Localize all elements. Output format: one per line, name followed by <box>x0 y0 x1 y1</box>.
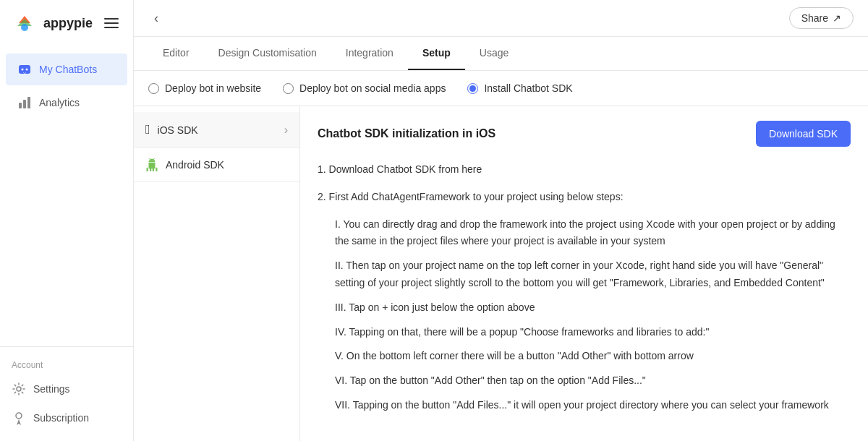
tab-editor[interactable]: Editor <box>148 37 204 70</box>
android-icon <box>145 158 158 171</box>
deploy-sdk-radio[interactable] <box>467 83 478 94</box>
sub-step-iii-roman: III. <box>335 301 349 313</box>
top-bar: ‹ Share ↗ <box>134 0 868 37</box>
deploy-social-radio[interactable] <box>283 83 294 94</box>
sub-step-i-roman: I. <box>335 218 343 230</box>
sdk-list:  iOS SDK › Android SDK <box>134 106 300 441</box>
ios-sdk-item[interactable]:  iOS SDK › <box>134 112 299 148</box>
deploy-website-radio[interactable] <box>148 83 159 94</box>
tabs-bar: Editor Design Customisation Integration … <box>134 37 868 71</box>
sidebar-logo-area: appypie <box>0 0 133 46</box>
sub-step-iv-text: Tapping on that, there will be a popup "… <box>349 326 709 338</box>
sub-step-i: I. You can directly drag and drop the fr… <box>335 216 851 251</box>
deploy-website-label: Deploy bot in website <box>165 82 261 94</box>
deploy-website-option[interactable]: Deploy bot in website <box>148 82 261 94</box>
share-button[interactable]: Share ↗ <box>789 7 854 29</box>
settings-label: Settings <box>33 383 70 395</box>
step-2-text: First Add ChatAgentFramework to your pro… <box>329 191 624 202</box>
svg-rect-5 <box>19 103 22 108</box>
sub-step-iii: III. Tap on + icon just below the option… <box>335 299 851 317</box>
content-area:  iOS SDK › Android SDK Chatbot SDK init… <box>134 106 868 441</box>
main-content: ‹ Share ↗ Editor Design Customisation In… <box>134 0 868 441</box>
sub-step-vii-text: Tapping on the button "Add Files..." it … <box>353 399 829 411</box>
analytics-icon <box>17 95 32 110</box>
instructions-title: Chatbot SDK initialization in iOS <box>318 127 495 140</box>
sub-step-v: V. On the bottom left corner there will … <box>335 348 851 365</box>
subscription-icon <box>12 411 26 425</box>
sidebar-item-analytics[interactable]: Analytics <box>6 87 127 119</box>
sub-step-v-text: On the bottom left corner there will be … <box>346 350 694 361</box>
account-label: Account <box>0 356 133 374</box>
subscription-label: Subscription <box>33 412 89 424</box>
analytics-label: Analytics <box>39 97 80 108</box>
sub-step-vi: VI. Tap on the button "Add Other" then t… <box>335 372 851 390</box>
sub-step-iii-text: Tap on + icon just below the option abov… <box>349 301 535 313</box>
sidebar-bottom: Account Settings Subscription <box>0 346 133 441</box>
svg-point-4 <box>26 69 28 71</box>
settings-icon <box>12 382 26 396</box>
svg-rect-6 <box>23 100 26 108</box>
step-2: 2. First Add ChatAgentFramework to your … <box>318 189 851 206</box>
android-sdk-item[interactable]: Android SDK <box>134 148 299 182</box>
subscription-item[interactable]: Subscription <box>0 403 133 432</box>
svg-point-1 <box>21 24 28 31</box>
logo-text: appypie <box>43 16 93 31</box>
sub-step-ii: II. Then tap on your project name on the… <box>335 257 851 292</box>
sub-step-i-text: You can directly drag and drop the frame… <box>335 218 835 247</box>
step-1: 1. Download Chatbot SDK from here <box>318 161 851 179</box>
sub-step-vii: VII. Tapping on the button "Add Files...… <box>335 397 851 414</box>
hamburger-menu[interactable] <box>101 15 122 31</box>
chatbots-icon <box>17 62 32 77</box>
sub-step-iv-roman: IV. <box>335 326 349 338</box>
sub-step-v-roman: V. <box>335 350 346 361</box>
chatbots-label: My ChatBots <box>39 64 97 75</box>
apple-icon:  <box>145 122 150 137</box>
share-icon: ↗ <box>833 12 841 24</box>
android-sdk-label: Android SDK <box>166 159 224 171</box>
deploy-social-label: Deploy bot on social media apps <box>299 82 446 94</box>
appypie-logo <box>12 10 38 36</box>
back-button[interactable]: ‹ <box>148 8 164 29</box>
sub-step-vii-roman: VII. <box>335 399 353 411</box>
instructions-panel: Chatbot SDK initialization in iOS Downlo… <box>300 106 868 441</box>
svg-point-8 <box>17 387 21 391</box>
tab-integration[interactable]: Integration <box>331 37 408 70</box>
step-1-text: Download Chatbot SDK from here <box>329 163 482 175</box>
sub-step-ii-roman: II. <box>335 260 346 271</box>
deploy-social-option[interactable]: Deploy bot on social media apps <box>283 82 446 94</box>
deploy-options: Deploy bot in website Deploy bot on soci… <box>134 71 868 106</box>
instructions-steps: 1. Download Chatbot SDK from here 2. Fir… <box>318 161 851 414</box>
ios-sdk-label: iOS SDK <box>158 124 198 136</box>
deploy-sdk-label: Install Chatbot SDK <box>484 82 572 94</box>
sub-step-vi-roman: VI. <box>335 374 350 386</box>
svg-rect-7 <box>27 97 30 108</box>
tab-usage[interactable]: Usage <box>465 37 523 70</box>
svg-point-3 <box>22 69 24 71</box>
deploy-sdk-option[interactable]: Install Chatbot SDK <box>467 82 572 94</box>
step-2-num: 2. <box>318 191 329 202</box>
tab-setup[interactable]: Setup <box>408 37 465 70</box>
sub-step-iv: IV. Tapping on that, there will be a pop… <box>335 324 851 341</box>
svg-point-9 <box>16 413 22 419</box>
instructions-header: Chatbot SDK initialization in iOS Downlo… <box>318 121 851 147</box>
sub-step-vi-text: Tap on the button "Add Other" then tap o… <box>350 374 646 386</box>
share-label: Share <box>801 12 828 24</box>
tab-design[interactable]: Design Customisation <box>204 37 331 70</box>
ios-chevron-icon: › <box>284 124 288 137</box>
sidebar-item-chatbots[interactable]: My ChatBots <box>6 53 127 85</box>
sub-step-ii-text: Then tap on your project name on the top… <box>335 260 825 288</box>
settings-item[interactable]: Settings <box>0 374 133 403</box>
ios-sdk-left:  iOS SDK <box>145 122 198 137</box>
sidebar-nav: My ChatBots Analytics <box>0 46 133 346</box>
step-1-num: 1. <box>318 163 329 175</box>
download-sdk-button[interactable]: Download SDK <box>756 121 851 147</box>
sidebar: appypie My ChatBots <box>0 0 134 441</box>
android-sdk-left: Android SDK <box>145 158 224 171</box>
